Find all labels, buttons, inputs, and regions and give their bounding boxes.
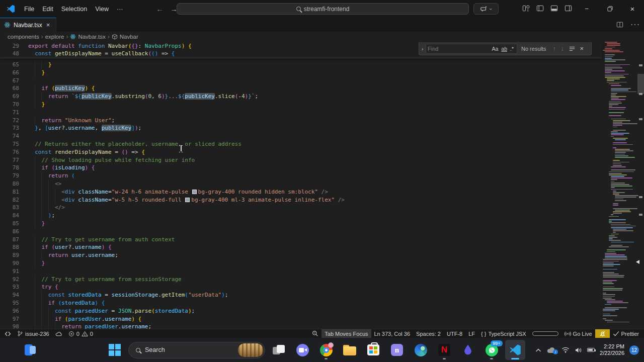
code-line[interactable]: 85 } [0,220,602,228]
remote-indicator[interactable] [0,329,14,338]
progress-pill-item[interactable] [529,329,561,338]
cursor-position-item[interactable]: Ln 373, Col 36 [371,329,414,338]
widgets-button[interactable] [20,340,40,360]
match-case-icon[interactable]: Aa [490,46,500,52]
whatsapp-button[interactable]: 99+ [481,340,502,360]
code-line[interactable]: 65 } [0,61,602,69]
code-line[interactable]: 72 return "Unknown User"; [0,117,602,125]
copilot-button[interactable]: › [473,3,499,15]
tab-navbar-tsx[interactable]: Navbar.tsx × [0,18,56,32]
breadcrumb-symbol[interactable]: Navbar [112,34,138,40]
tab-close-icon[interactable]: × [46,21,50,29]
code-line[interactable]: 71 [0,109,602,117]
toggle-secondary-sidebar-icon[interactable] [565,5,572,12]
code-line[interactable]: 70 } [0,101,602,109]
code-line[interactable]: 67 [0,77,602,85]
code-line[interactable]: 84 ); [0,212,602,220]
code-line[interactable]: 68 if (publicKey) { [0,84,602,93]
find-close-icon[interactable]: × [578,45,587,52]
code-line[interactable]: 69 return `${publicKey.substring(0, 6)}.… [0,93,602,101]
code-line[interactable]: 94 const storedData = sessionStorage.get… [0,291,602,299]
close-window-button[interactable]: × [621,0,644,18]
whole-word-icon[interactable]: ab [500,46,509,52]
code-line[interactable]: 75 // Returns either the placeholder, us… [0,140,602,148]
menu-edit[interactable]: Edit [38,4,57,14]
regex-icon[interactable]: .* [509,46,515,52]
toggle-sidebar-icon[interactable] [536,5,544,12]
code-line[interactable]: 77 // Show loading pulse while fetching … [0,156,602,164]
code-line[interactable]: 96 const parsedUser = JSON.parse(storedD… [0,307,602,315]
notifications-muted-item[interactable] [595,329,610,338]
language-mode-item[interactable]: { } TypeScript JSX [478,329,529,338]
customize-layout-icon[interactable] [522,5,530,12]
zoom-status-item[interactable] [309,329,321,338]
find-expand-icon[interactable]: › [419,42,426,55]
back-icon[interactable]: ← [156,5,164,13]
code-line[interactable]: 89 return user.username; [0,251,602,259]
minimize-button[interactable]: − [575,0,598,18]
code-line[interactable]: 83 </> [0,204,602,212]
find-in-selection-icon[interactable] [567,46,578,52]
eol-item[interactable]: LF [465,329,478,338]
netflix-button[interactable]: N [434,340,454,360]
code-line[interactable]: 74 [0,132,602,140]
taskbar-search[interactable]: Search [128,342,265,358]
code-line[interactable]: 81 <div className="w-24 h-6 animate-puls… [0,188,602,196]
start-button[interactable] [105,340,125,360]
more-actions-icon[interactable]: ··· [630,20,640,29]
tab-moves-focus-item[interactable]: Tab Moves Focus [321,329,371,338]
wifi-icon[interactable] [561,347,570,353]
sync-changes-item[interactable] [52,329,65,338]
prettier-item[interactable]: Prettier [610,329,644,338]
code-line[interactable]: 93 try { [0,283,602,291]
scrollbar-slider[interactable] [637,74,644,94]
ms-store-button[interactable] [363,340,383,360]
code-line[interactable]: 79 return ( [0,172,602,180]
go-live-item[interactable]: Go Live [561,329,595,338]
command-center-search[interactable]: streamfi-frontend [177,3,469,15]
find-input[interactable] [428,46,490,52]
code-line[interactable]: 92 // Try to get username from sessionSt… [0,276,602,284]
problems-item[interactable]: 0 0 [65,329,96,338]
menu-view[interactable]: View [91,4,113,14]
droplet-app-button[interactable] [458,340,478,360]
code-line[interactable]: 82 <div className="w-5 h-5 rounded-full … [0,196,602,204]
restore-button[interactable] [598,0,621,18]
task-view-button[interactable] [269,340,289,360]
speaker-icon[interactable] [575,347,582,353]
chrome-button[interactable] [316,340,336,360]
code-editor[interactable]: 65 }66 }6768 if (publicKey) {69 return `… [0,42,644,329]
code-line[interactable]: 95 if (storedData) { [0,299,602,307]
encoding-item[interactable]: UTF-8 [444,329,465,338]
toggle-panel-icon[interactable] [550,5,558,12]
find-previous-icon[interactable]: ↑ [550,45,558,52]
tray-chevron-up-icon[interactable] [535,348,541,352]
code-line[interactable]: 88 if (user?.username) { [0,243,602,251]
clock[interactable]: 2:22 PM 2/22/2026 [600,343,624,356]
indentation-item[interactable]: Spaces: 2 [413,329,444,338]
code-line[interactable]: 80 <> [0,180,602,188]
edge-button[interactable] [411,340,431,360]
code-line[interactable]: 78 if (isLoading) { [0,164,602,172]
split-editor-icon[interactable] [616,21,623,28]
git-branch-item[interactable]: issue-236 [14,329,52,338]
file-explorer-button[interactable] [340,340,360,360]
code-line[interactable]: 98 return parsedUser.username; [0,323,602,329]
notification-count-badge[interactable]: 12 [629,345,639,355]
vscode-taskbar-button[interactable] [505,340,525,360]
breadcrumb-explore[interactable]: explore [45,34,64,40]
code-line[interactable]: 91 [0,267,602,276]
notion-button[interactable]: n [387,340,407,360]
chat-button[interactable] [292,340,312,360]
code-line[interactable]: 87 // Try to get username from auth cont… [0,236,602,244]
code-line[interactable]: 86 [0,228,602,236]
menu-more[interactable]: ··· [113,4,127,14]
breadcrumb-components[interactable]: components [8,34,39,40]
onedrive-tray-item[interactable]: i [546,346,556,353]
code-line[interactable]: 66 } [0,69,602,77]
code-line[interactable]: 73 }, [user?.username, publicKey]); [0,124,602,132]
find-next-icon[interactable]: ↓ [558,45,567,52]
breadcrumb-file[interactable]: Navbar.tsx [70,34,105,40]
minimap[interactable] [602,42,637,329]
code-line[interactable]: 90 } [0,259,602,267]
